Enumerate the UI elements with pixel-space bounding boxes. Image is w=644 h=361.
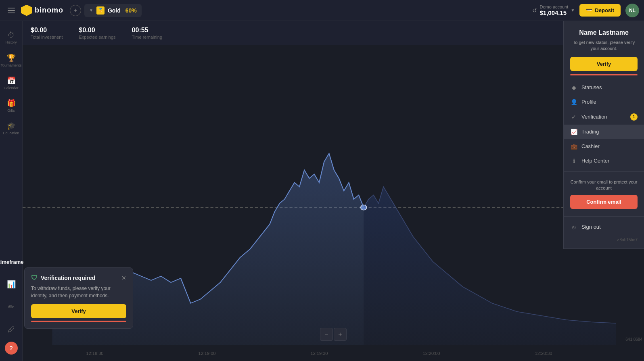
popup-title: 🛡 Verification required — [31, 274, 95, 282]
dropdown-item-trading[interactable]: 📈 Trading — [564, 125, 644, 139]
dropdown-item-cashier[interactable]: 💼 Cashier — [564, 139, 644, 154]
zoom-out-button[interactable]: − — [320, 328, 333, 341]
timeframe-icon: timeframe — [0, 259, 24, 265]
account-label: Demo account — [539, 4, 568, 9]
popup-header: 🛡 Verification required ✕ — [31, 274, 126, 282]
account-info[interactable]: ↺ Demo account $1,004.15 ▼ — [532, 4, 575, 16]
confirm-email-button[interactable]: Confirm email — [570, 195, 638, 209]
dropdown-item-verification[interactable]: ✓ Verification 1 — [564, 109, 644, 125]
dropdown-divider — [564, 171, 644, 172]
sidebar-item-pen[interactable]: 🖊 — [2, 319, 21, 340]
user-dropdown-subtitle: To get new status, please verify your ac… — [564, 40, 644, 54]
help-button[interactable]: ? — [5, 342, 18, 355]
tournaments-icon: 🏆 — [7, 54, 16, 63]
sidebar-item-tournaments[interactable]: 🏆 Tournaments — [2, 50, 21, 71]
time-remaining-value: 00:55 — [132, 27, 162, 34]
hamburger-line-1 — [8, 8, 15, 8]
popup-close-button[interactable]: ✕ — [121, 275, 126, 281]
cashier-icon: 💼 — [570, 143, 577, 150]
sidebar-item-gifts[interactable]: 🎁 Gifts — [2, 95, 21, 116]
asset-icon: 🥇 — [96, 6, 105, 15]
time-label-3: 12:20:00 — [423, 351, 440, 356]
dropdown-verify-button[interactable]: Verify — [570, 57, 638, 71]
total-investment-label: Total investment — [31, 35, 63, 40]
user-dropdown-name: Name Lastname — [564, 29, 644, 40]
help-center-label: Help Center — [581, 158, 609, 164]
profile-label: Profile — [581, 99, 596, 105]
sidebar-bottom: timeframe 📊 ✏ 🖊 ? — [2, 251, 21, 355]
gifts-icon: 🎁 — [7, 99, 16, 108]
verification-badge: 1 — [630, 113, 638, 121]
dropdown-version: v.8ab15be7 — [564, 234, 644, 242]
indicators-icon: 📊 — [7, 280, 16, 289]
statuses-label: Statuses — [581, 84, 602, 90]
account-text: Demo account $1,004.15 — [539, 4, 568, 16]
stat-total-investment: $0.00 Total investment — [31, 27, 63, 40]
email-confirm-section: Confirm your email to protect your accou… — [564, 175, 644, 213]
dropdown-item-statuses[interactable]: ◆ Statuses — [564, 80, 644, 95]
zoom-controls: − + — [320, 328, 347, 341]
navbar-right: ↺ Demo account $1,004.15 ▼ 💳 Deposit NL — [532, 4, 639, 17]
sign-out-label: Sign out — [581, 224, 601, 230]
time-axis-labels: 12:18:30 12:19:00 12:19:30 12:20:00 12:2… — [23, 351, 616, 356]
dropdown-item-help-center[interactable]: ℹ Help Center — [564, 154, 644, 168]
user-dropdown: Name Lastname To get new status, please … — [563, 21, 644, 249]
verify-progress-bar — [570, 74, 638, 75]
stats-bar: $0.00 Total investment $0.00 Expected ea… — [23, 21, 644, 45]
avatar-button[interactable]: NL — [625, 4, 639, 17]
dropdown-item-sign-out[interactable]: ⎋ Sign out — [564, 220, 644, 234]
dropdown-item-profile[interactable]: 👤 Profile — [564, 95, 644, 109]
asset-name: Gold — [108, 7, 121, 14]
hamburger-line-3 — [8, 13, 15, 13]
sidebar-item-indicators[interactable]: 📊 — [2, 274, 21, 295]
sidebar-item-education[interactable]: 🎓 Education — [2, 118, 21, 139]
popup-verify-button[interactable]: Verify — [31, 304, 126, 318]
asset-selector[interactable]: ▼ 🥇 Gold 60% — [84, 4, 142, 17]
zoom-in-button[interactable]: + — [334, 328, 347, 341]
sidebar-item-label-education: Education — [3, 131, 19, 136]
logo-text: binomo — [35, 6, 63, 15]
hamburger-line-2 — [8, 10, 15, 11]
deposit-button[interactable]: 💳 Deposit — [579, 4, 621, 17]
statuses-icon: ◆ — [570, 84, 577, 91]
verification-popup: 🛡 Verification required ✕ To withdraw fu… — [24, 267, 133, 329]
logo: binomo — [21, 5, 63, 16]
expected-earnings-label: Expected earnings — [79, 35, 115, 40]
sidebar-item-timeframe[interactable]: timeframe — [2, 251, 21, 272]
history-icon: ⏱ — [8, 31, 15, 40]
popup-progress-bar — [31, 321, 126, 322]
pen-icon: 🖊 — [8, 326, 15, 334]
sidebar-item-draw[interactable]: ✏ — [2, 296, 21, 317]
logo-icon — [21, 5, 32, 16]
sidebar-item-label-tournaments: Tournaments — [0, 64, 21, 68]
stat-time-remaining: 00:55 Time remaining — [132, 27, 162, 40]
popup-shield-icon: 🛡 — [31, 274, 38, 282]
dropdown-divider-2 — [564, 216, 644, 217]
sign-out-icon: ⎋ — [570, 224, 577, 230]
top-navbar: binomo + ▼ 🥇 Gold 60% ↺ Demo account $1,… — [0, 0, 644, 21]
calendar-icon: 📅 — [7, 76, 16, 85]
sidebar-item-calendar[interactable]: 📅 Calendar — [2, 73, 21, 94]
account-balance: $1,004.15 — [539, 9, 568, 16]
time-label-2: 12:19:30 — [311, 351, 328, 356]
sidebar-item-label-calendar: Calendar — [4, 86, 19, 90]
popup-body: To withdraw funds, please verify your id… — [31, 285, 126, 299]
deposit-icon: 💳 — [586, 7, 592, 13]
add-tab-button[interactable]: + — [70, 5, 81, 16]
popup-title-text: Verification required — [41, 275, 95, 281]
profile-icon: 👤 — [570, 99, 577, 105]
total-investment-value: $0.00 — [31, 27, 63, 34]
refresh-icon: ↺ — [532, 7, 537, 14]
trading-label: Trading — [581, 129, 599, 135]
time-axis: 12:18:30 12:19:00 12:19:30 12:20:00 12:2… — [23, 345, 616, 361]
sidebar-item-history[interactable]: ⏱ History — [2, 27, 21, 48]
stat-expected-earnings: $0.00 Expected earnings — [79, 27, 115, 40]
verification-icon: ✓ — [570, 114, 577, 120]
verification-label: Verification — [581, 114, 607, 120]
price-scale-label: 641.8684 — [616, 337, 644, 342]
time-label-4: 12:20:30 — [535, 351, 552, 356]
sidebar-item-label-history: History — [5, 41, 17, 45]
help-center-icon: ℹ — [570, 158, 577, 164]
asset-selector-arrow-left: ▼ — [89, 8, 93, 13]
hamburger-button[interactable] — [5, 4, 18, 17]
